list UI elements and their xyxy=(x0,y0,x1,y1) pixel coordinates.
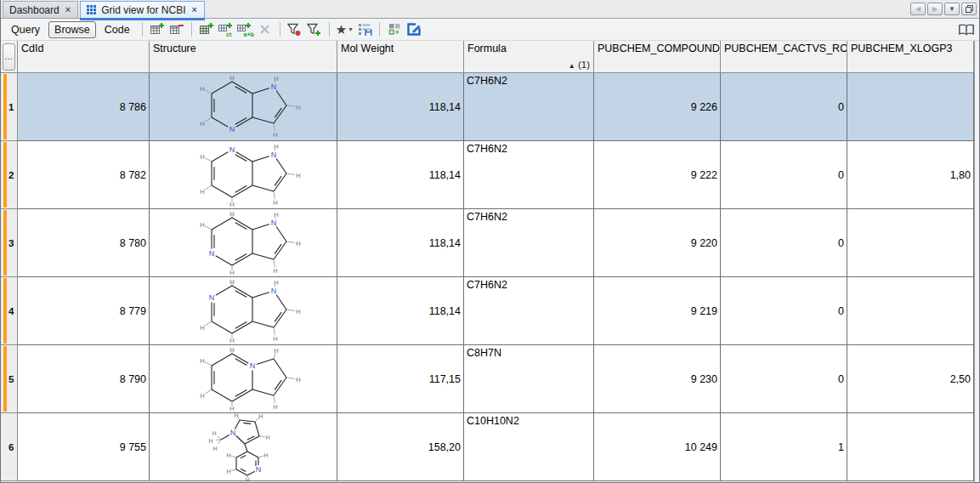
tab-list-dropdown-button[interactable]: ▼ xyxy=(944,3,960,15)
cell-mol_weight[interactable]: 118,14 xyxy=(337,209,464,277)
query-mode-button[interactable]: Query xyxy=(5,21,46,38)
add-ct-table-icon[interactable]: ct xyxy=(218,21,235,38)
cell-mol_weight[interactable]: 118,14 xyxy=(337,73,464,141)
cell-pubchem_cactvs_rot[interactable]: 0 xyxy=(721,73,847,141)
column-header-formula[interactable]: Formula▲ (1) xyxy=(464,41,594,73)
cell-pubchem_compound_cid[interactable]: 10 249 xyxy=(594,413,721,481)
column-options-button[interactable]: … xyxy=(3,43,15,71)
svg-text:H: H xyxy=(226,452,230,458)
cell-pubchem_compound_cid[interactable]: 9 226 xyxy=(594,73,721,141)
cell-cdid[interactable]: 8 779 xyxy=(18,277,150,345)
close-icon[interactable]: × xyxy=(191,5,198,14)
browse-mode-button[interactable]: Browse xyxy=(48,21,96,38)
cell-formula[interactable]: C7H6N2 xyxy=(464,209,594,277)
cell-formula[interactable]: C10H10N2 xyxy=(464,413,594,481)
cell-pubchem_xlogp3[interactable] xyxy=(847,73,974,141)
add-table-icon[interactable] xyxy=(198,21,215,38)
cell-structure[interactable]: HHHHHHNN xyxy=(150,277,337,345)
cell-pubchem_compound_cid[interactable]: 9 219 xyxy=(594,277,721,345)
cell-pubchem_xlogp3[interactable] xyxy=(847,277,974,345)
table-row[interactable]: 69 755HHHHHHHHHHNN158,20C10H10N210 2491 xyxy=(1,413,974,481)
code-mode-button[interactable]: Code xyxy=(99,21,136,38)
grid-corner-cell: … xyxy=(1,41,18,73)
column-header-cdid[interactable]: CdId xyxy=(18,41,150,73)
cell-structure[interactable]: HHHHHHNN xyxy=(150,209,337,277)
widget-settings-icon[interactable] xyxy=(386,21,403,38)
tab-dashboard[interactable]: Dashboard × xyxy=(3,1,78,18)
table-row[interactable]: 48 779HHHHHHNN118,14C7H6N29 2190 xyxy=(1,277,974,345)
cell-cdid[interactable]: 8 782 xyxy=(18,141,150,209)
cell-mol_weight[interactable]: 158,20 xyxy=(337,413,464,481)
sort-asc-icon: ▲ xyxy=(569,62,575,70)
row-header[interactable]: 1 xyxy=(1,73,18,141)
cell-cdid[interactable]: 8 780 xyxy=(18,209,150,277)
cell-structure[interactable]: HHHHHHHHHHNN xyxy=(150,413,337,481)
table-row[interactable]: 18 786HHHHHHNN118,14C7H6N29 2260 xyxy=(1,73,974,141)
edit-form-icon[interactable] xyxy=(405,21,422,38)
cell-formula[interactable]: C7H6N2 xyxy=(464,277,594,345)
cell-pubchem_cactvs_rot[interactable]: 0 xyxy=(721,141,847,209)
column-header-mol_weight[interactable]: Mol Weight xyxy=(337,41,464,73)
grid-header-row: … CdIdStructureMol WeightFormula▲ (1)PUB… xyxy=(1,41,974,73)
column-header-structure[interactable]: Structure xyxy=(150,41,337,73)
vertical-scrollbar[interactable] xyxy=(974,41,979,482)
cell-pubchem_xlogp3[interactable]: 1,80 xyxy=(847,141,974,209)
save-list-icon[interactable] xyxy=(356,21,373,38)
table-row[interactable]: 38 780HHHHHHNN118,14C7H6N29 2200 xyxy=(1,209,974,277)
close-icon[interactable]: × xyxy=(65,5,71,14)
add-ab-table-icon[interactable]: a+b xyxy=(237,21,254,38)
filter-active-icon[interactable] xyxy=(286,21,303,38)
tab-grid-view-ncbi[interactable]: Grid view for NCBI × xyxy=(80,1,205,18)
delete-disabled-icon[interactable] xyxy=(257,21,274,38)
row-header[interactable]: 6 xyxy=(1,413,18,481)
favorites-dropdown-icon[interactable]: ▼ xyxy=(348,26,354,32)
cell-pubchem_compound_cid[interactable]: 9 220 xyxy=(594,209,721,277)
cell-pubchem_cactvs_rot[interactable]: 0 xyxy=(721,345,847,413)
cell-cdid[interactable]: 8 790 xyxy=(18,345,150,413)
cell-pubchem_cactvs_rot[interactable]: 0 xyxy=(721,209,847,277)
add-row-icon[interactable] xyxy=(149,21,166,38)
svg-text:N: N xyxy=(271,82,277,91)
nav-back-button[interactable]: ◀ xyxy=(910,3,926,15)
row-header[interactable]: 2 xyxy=(1,141,18,209)
row-header[interactable]: 4 xyxy=(1,277,18,345)
row-flag-marker xyxy=(3,74,7,139)
row-header[interactable]: 5 xyxy=(1,345,18,413)
cell-mol_weight[interactable]: 117,15 xyxy=(337,345,464,413)
cell-pubchem_compound_cid[interactable]: 9 222 xyxy=(594,141,721,209)
cell-pubchem_cactvs_rot[interactable]: 1 xyxy=(721,413,847,481)
table-row[interactable]: 58 790HHHHHHHN117,15C8H7N9 23002,50 xyxy=(1,345,974,413)
cell-pubchem_xlogp3[interactable]: 2,50 xyxy=(847,345,974,413)
favorites-button[interactable]: ★ ▼ xyxy=(336,23,354,36)
nav-forward-button[interactable]: ▶ xyxy=(927,3,943,15)
column-header-pubchem_compound_cid[interactable]: PUBCHEM_COMPOUND_C xyxy=(594,41,721,73)
app-window: Dashboard × Grid view for NCBI × ◀ ▶ ▼ Q… xyxy=(0,0,980,483)
cell-pubchem_xlogp3[interactable] xyxy=(847,209,974,277)
cell-pubchem_xlogp3[interactable] xyxy=(847,413,974,481)
svg-text:H: H xyxy=(229,278,234,286)
cell-formula[interactable]: C7H6N2 xyxy=(464,141,594,209)
cell-formula[interactable]: C8H7N xyxy=(464,345,594,413)
cell-cdid[interactable]: 9 755 xyxy=(18,413,150,481)
column-header-pubchem_xlogp3[interactable]: PUBCHEM_XLOGP3 xyxy=(847,41,974,73)
cell-cdid[interactable]: 8 786 xyxy=(18,73,150,141)
column-header-pubchem_cactvs_rot[interactable]: PUBCHEM_CACTVS_ROTA xyxy=(721,41,847,73)
cell-formula[interactable]: C7H6N2 xyxy=(464,73,594,141)
svg-text:H: H xyxy=(273,335,277,343)
cell-pubchem_compound_cid[interactable]: 9 230 xyxy=(594,345,721,413)
row-header[interactable]: 3 xyxy=(1,209,18,277)
add-filter-icon[interactable] xyxy=(306,21,323,38)
restore-window-button[interactable] xyxy=(961,3,977,15)
cell-structure[interactable]: HHHHHHNN xyxy=(150,141,337,209)
cell-mol_weight[interactable]: 118,14 xyxy=(337,141,464,209)
column-header-label: PUBCHEM_COMPOUND_C xyxy=(598,43,721,54)
cell-mol_weight[interactable]: 118,14 xyxy=(337,277,464,345)
delete-row-icon[interactable] xyxy=(168,21,185,38)
svg-text:H: H xyxy=(258,413,263,419)
table-row[interactable]: 28 782HHHHHHNN118,14C7H6N29 22201,80 xyxy=(1,141,974,209)
column-header-label: Mol Weight xyxy=(341,43,394,54)
book-icon[interactable] xyxy=(958,21,975,38)
cell-pubchem_cactvs_rot[interactable]: 0 xyxy=(721,277,847,345)
cell-structure[interactable]: HHHHHHHN xyxy=(150,345,337,413)
cell-structure[interactable]: HHHHHHNN xyxy=(150,73,337,141)
